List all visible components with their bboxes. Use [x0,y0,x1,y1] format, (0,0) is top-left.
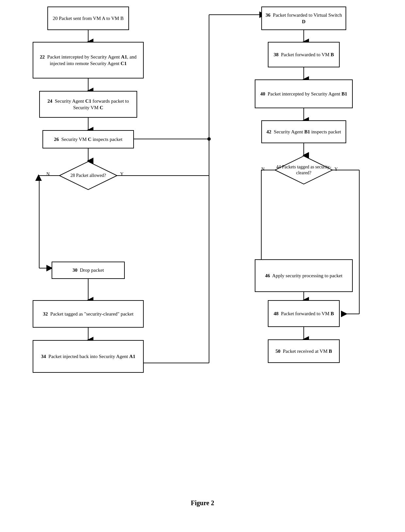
box-42: 42 Security Agent B1 inspects packet [261,120,346,143]
box-48: 48 Packet forwarded to VM B [268,300,340,327]
svg-point-31 [207,137,211,141]
box-24: 24 Security Agent C1 forwards packet to … [39,91,137,118]
box-34: 34 Packet injected back into Security Ag… [33,340,144,373]
box-46: 46 Apply security processing to packet [255,259,353,292]
box-26: 26 Security VM C inspects packet [42,130,134,148]
box-36: 36 Packet forwarded to Virtual Switch D [261,7,346,30]
diamond-28: 28 Packet allowed? [59,161,118,190]
label-n-28: N [46,172,50,177]
label-y-44: Y [334,167,338,172]
box-30: 30 Drop packet [52,262,125,279]
label-n-44: N [261,167,265,172]
figure-caption: Figure 2 [0,499,405,507]
box-22: 22 Packet intercepted by Security Agent … [33,42,144,78]
box-38: 38 Packet forwarded to VM B [268,42,340,67]
flowchart: 20 Packet sent from VM A to VM B 22 Pack… [0,0,405,510]
label-y-28: Y [120,172,123,177]
diamond-44: 44 Packets tagged as security-cleared? [274,155,333,185]
box-32: 32 Packet tagged as "security-cleared" p… [33,300,144,328]
box-50: 50 Packet received at VM B [268,339,340,363]
box-40: 40 Packet intercepted by Security Agent … [255,79,353,108]
box-20: 20 Packet sent from VM A to VM B [47,7,129,30]
